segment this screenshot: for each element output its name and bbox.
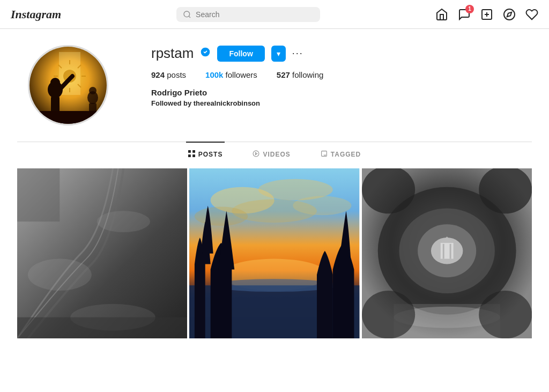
tab-posts-label: POSTS	[198, 151, 223, 158]
tagged-icon	[321, 150, 328, 159]
tab-posts[interactable]: POSTS	[186, 142, 225, 166]
profile-full-name: Rodrigo Prieto	[151, 88, 521, 97]
explore-icon[interactable]	[503, 8, 516, 21]
stats-row: 924 posts 100k followers 527 following	[151, 70, 521, 79]
followers-count: 100k	[205, 70, 223, 79]
svg-rect-38	[17, 168, 60, 221]
tab-videos-label: VIDEOS	[263, 151, 290, 158]
following-stat: 527 following	[277, 70, 324, 79]
posts-grid-icon	[188, 150, 195, 159]
header: Instagram 1	[0, 0, 549, 29]
followed-by-prefix: Followed by	[151, 99, 191, 107]
svg-point-30	[254, 151, 259, 157]
svg-rect-24	[29, 111, 108, 125]
followers-stat: 100k followers	[205, 70, 257, 79]
follow-dropdown-button[interactable]: ▾	[271, 46, 286, 62]
svg-point-20	[50, 78, 60, 87]
avatar-image	[29, 47, 108, 125]
svg-point-62	[479, 291, 532, 338]
followed-by-user[interactable]: therealnickrobinson	[194, 99, 260, 107]
tab-tagged[interactable]: TAGGED	[318, 142, 363, 166]
svg-point-22	[89, 87, 97, 94]
svg-point-61	[362, 291, 415, 338]
posts-label-text: posts	[167, 70, 186, 79]
svg-rect-32	[321, 151, 327, 157]
svg-marker-6	[507, 12, 511, 16]
videos-icon	[253, 150, 259, 159]
messenger-icon[interactable]: 1	[458, 8, 471, 21]
home-icon[interactable]	[435, 8, 448, 21]
svg-point-0	[184, 11, 190, 17]
avatar	[28, 45, 108, 125]
following-label-text: following	[292, 70, 323, 79]
grid-item-2[interactable]	[189, 168, 359, 338]
svg-line-1	[189, 16, 190, 18]
svg-point-34	[28, 259, 92, 291]
avatar-container	[28, 45, 108, 125]
likes-icon[interactable]	[525, 8, 538, 21]
search-bar[interactable]	[176, 7, 320, 22]
svg-rect-26	[188, 150, 191, 153]
search-input[interactable]	[196, 10, 314, 19]
posts-count: 924	[151, 70, 165, 79]
follow-button[interactable]: Follow	[217, 46, 264, 62]
svg-marker-31	[256, 152, 257, 154]
tab-videos[interactable]: VIDEOS	[250, 142, 292, 166]
more-options-button[interactable]: ···	[292, 48, 303, 59]
search-icon	[183, 10, 191, 19]
svg-rect-37	[17, 317, 187, 339]
svg-rect-29	[192, 154, 195, 157]
posts-stat: 924 posts	[151, 70, 186, 79]
followers-label-text: followers	[226, 70, 257, 79]
profile-section: rpstam Follow ▾ ··· 924 posts 100k follo…	[17, 45, 532, 125]
profile-top-row: rpstam Follow ▾ ···	[151, 45, 521, 62]
header-nav-icons: 1	[435, 8, 538, 21]
verified-badge	[200, 47, 211, 60]
following-count: 527	[277, 70, 290, 79]
svg-rect-55	[442, 244, 444, 259]
photos-grid	[17, 168, 532, 338]
grid-item-1[interactable]	[17, 168, 187, 338]
messenger-badge: 1	[465, 5, 474, 13]
svg-point-43	[195, 206, 248, 226]
svg-rect-56	[449, 244, 451, 259]
svg-point-5	[504, 9, 515, 20]
svg-point-44	[293, 196, 352, 216]
instagram-logo[interactable]: Instagram	[11, 8, 61, 21]
svg-point-36	[97, 211, 150, 232]
profile-info: rpstam Follow ▾ ··· 924 posts 100k follo…	[151, 45, 521, 107]
svg-rect-27	[192, 150, 195, 153]
username: rpstam	[151, 45, 194, 62]
profile-tabs: POSTS VIDEOS TAGGED	[17, 142, 532, 166]
tab-tagged-label: TAGGED	[331, 151, 361, 158]
followed-by-text: Followed by therealnickrobinson	[151, 99, 521, 107]
svg-rect-28	[188, 154, 191, 157]
svg-rect-53	[440, 243, 453, 259]
new-post-icon[interactable]	[480, 8, 493, 21]
grid-item-3[interactable]	[362, 168, 532, 338]
